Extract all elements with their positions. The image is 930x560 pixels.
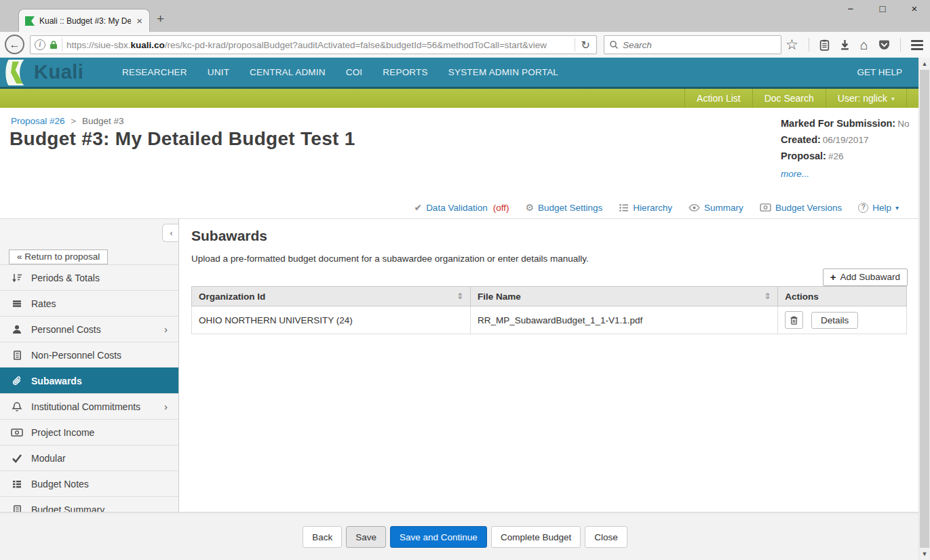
tab-close-icon[interactable]: × [135, 15, 144, 26]
hierarchy-icon [619, 203, 629, 212]
close-button[interactable]: Close [585, 526, 627, 548]
eye-icon [689, 204, 700, 212]
save-button[interactable]: Save [346, 526, 386, 548]
view-toolbar: ✔ Data Validation (off) ⚙ Budget Setting… [0, 197, 930, 219]
list-icon [10, 479, 24, 489]
sidebar-item-personnel-costs[interactable]: Personnel Costs › [0, 316, 178, 342]
back-button[interactable]: ← [5, 35, 24, 54]
sidebar-item-modular[interactable]: Modular [0, 445, 178, 471]
nav-item-reports[interactable]: REPORTS [383, 67, 427, 77]
search-icon [609, 40, 619, 49]
save-and-continue-button[interactable]: Save and Continue [390, 526, 487, 548]
hierarchy-link[interactable]: Hierarchy [619, 203, 672, 213]
nav-item-coi[interactable]: COI [346, 67, 363, 77]
window-minimize-button[interactable]: − [845, 3, 857, 14]
window-close-button[interactable]: × [908, 3, 921, 14]
new-tab-button[interactable]: + [157, 12, 164, 26]
window-maximize-button[interactable]: □ [876, 3, 889, 14]
return-to-proposal-button[interactable]: « Return to proposal [9, 249, 108, 264]
document-icon [10, 504, 24, 513]
details-button[interactable]: Details [811, 312, 858, 329]
help-menu[interactable]: ? Help ▾ [858, 203, 899, 213]
column-header-file-name[interactable]: File Name⇕ [471, 287, 778, 306]
browser-window: Kuali :: Budget #3: My Detail × + − □ × … [0, 0, 930, 560]
sidebar-item-periods-totals[interactable]: Periods & Totals [0, 264, 178, 290]
page-scrollbar[interactable]: ▲ ▼ [918, 58, 930, 560]
main-nav: RESEARCHER UNIT CENTRAL ADMIN COI REPORT… [122, 67, 558, 77]
meta-label-proposal: Proposal: [781, 151, 826, 161]
sidebar-item-budget-notes[interactable]: Budget Notes [0, 471, 178, 496]
nav-item-system-admin-portal[interactable]: SYSTEM ADMIN PORTAL [448, 67, 558, 77]
cell-actions: Details [778, 306, 907, 334]
budget-versions-link[interactable]: Budget Versions [760, 203, 842, 213]
sidebar-item-budget-summary[interactable]: Budget Summary [0, 496, 178, 512]
scroll-up-icon[interactable]: ▲ [919, 60, 930, 67]
address-bar[interactable]: i https://siue-sbx.kuali.co/res/kc-pd-kr… [30, 35, 597, 54]
home-icon[interactable]: ⌂ [860, 37, 868, 53]
subawards-panel: Subawards Upload a pre-formatted budget … [180, 219, 930, 512]
downloads-icon[interactable] [840, 39, 850, 51]
column-header-organization-id[interactable]: Organization Id⇕ [192, 287, 471, 306]
search-input[interactable] [623, 40, 776, 50]
add-subaward-button[interactable]: + Add Subaward [823, 268, 908, 286]
trash-icon [790, 315, 798, 325]
breadcrumb-current: Budget #3 [82, 116, 124, 126]
summary-link[interactable]: Summary [689, 203, 743, 213]
person-icon [10, 324, 24, 335]
plus-icon: + [830, 271, 836, 283]
budget-settings-link[interactable]: ⚙ Budget Settings [525, 202, 602, 213]
bars-icon [10, 298, 24, 309]
nav-item-researcher[interactable]: RESEARCHER [122, 67, 187, 77]
more-link[interactable]: more... [781, 169, 809, 179]
data-validation-link[interactable]: ✔ Data Validation (off) [414, 202, 509, 213]
lock-icon [50, 40, 58, 49]
doc-search-link[interactable]: Doc Search [752, 89, 826, 108]
sidebar-item-subawards[interactable]: Subawards [0, 367, 178, 393]
sidebar-item-rates[interactable]: Rates [0, 290, 178, 316]
cell-organization-id: OHIO NORTHERN UNIVERSITY (24) [192, 306, 471, 334]
question-icon: ? [858, 203, 868, 213]
bookmark-star-icon[interactable]: ☆ [786, 37, 798, 53]
budget-meta: Marked For Submission:No Created:06/19/2… [781, 117, 911, 180]
tab-title: Kuali :: Budget #3: My Detail [39, 16, 131, 26]
nav-item-unit[interactable]: UNIT [208, 67, 229, 77]
meta-value-proposal: #26 [828, 151, 844, 161]
search-box[interactable] [604, 35, 781, 54]
section-description: Upload a pre-formatted budget document f… [191, 254, 589, 264]
sort-icon[interactable]: ⇕ [457, 292, 463, 301]
delete-subaward-button[interactable] [785, 311, 803, 329]
url-divider [575, 38, 575, 52]
complete-budget-button[interactable]: Complete Budget [491, 526, 581, 548]
check-icon [10, 454, 24, 463]
browser-toolbar: ← i https://siue-sbx.kuali.co/res/kc-pd-… [0, 32, 930, 58]
toolbar-divider [900, 38, 901, 52]
budget-sidebar: ‹ « Return to proposal Periods & Totals … [0, 219, 179, 512]
menu-icon[interactable] [911, 40, 923, 50]
action-bar: Action List Doc Search User: nglick▾ [0, 87, 930, 108]
back-button-footer[interactable]: Back [303, 526, 342, 548]
action-list-link[interactable]: Action List [684, 89, 752, 108]
meta-label-marked: Marked For Submission: [781, 118, 895, 129]
scroll-down-icon[interactable]: ▼ [919, 551, 930, 557]
sort-amount-icon [10, 273, 24, 283]
sidebar-collapse-button[interactable]: ‹ [162, 224, 179, 242]
user-menu[interactable]: User: nglick▾ [826, 89, 907, 108]
footer-action-bar: Back Save Save and Continue Complete Bud… [0, 512, 930, 560]
kuali-logo[interactable]: Kuali [4, 59, 83, 86]
cell-file-name: RR_MP_SubawardBudget_1_1-V1.1.pdf [471, 306, 778, 334]
get-help-link[interactable]: GET HELP [857, 67, 902, 77]
url-divider [62, 38, 62, 52]
reload-icon[interactable]: ↻ [579, 39, 592, 52]
sort-icon[interactable]: ⇕ [764, 292, 771, 301]
site-info-icon[interactable]: i [35, 39, 45, 50]
sidebar-item-non-personnel-costs[interactable]: Non-Personnel Costs [0, 342, 178, 367]
breadcrumb-proposal-link[interactable]: Proposal #26 [11, 116, 65, 126]
document-icon [10, 350, 24, 361]
browser-tab[interactable]: Kuali :: Budget #3: My Detail × [18, 9, 150, 32]
sidebar-item-project-income[interactable]: Project Income [0, 419, 178, 445]
pocket-icon[interactable] [878, 39, 890, 51]
scrollbar-thumb[interactable] [920, 70, 929, 548]
sidebar-item-institutional-commitments[interactable]: Institutional Commitments › [0, 393, 178, 419]
nav-item-central-admin[interactable]: CENTRAL ADMIN [250, 67, 326, 77]
bookmarks-menu-icon[interactable] [819, 39, 830, 51]
